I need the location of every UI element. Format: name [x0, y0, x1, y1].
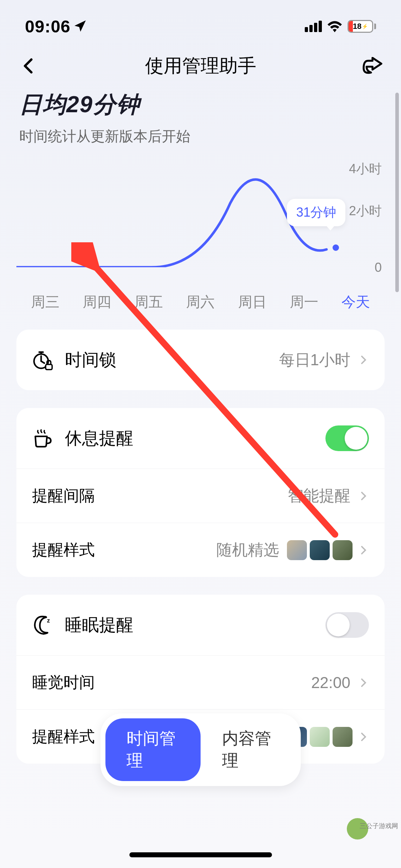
page-title: 使用管理助手	[145, 53, 256, 78]
timelock-label: 时间锁	[65, 348, 279, 371]
wifi-icon	[327, 20, 343, 32]
share-button[interactable]	[362, 55, 383, 77]
sleep-header-row: z 睡眠提醒	[16, 595, 385, 655]
y-tick: 0	[375, 260, 382, 275]
bottom-tab-bar: 时间管理 内容管理	[100, 713, 301, 786]
watermark: 三公子游戏网	[347, 818, 397, 839]
tab-content-management[interactable]: 内容管理	[201, 718, 296, 781]
chevron-right-icon	[358, 491, 369, 501]
rest-label: 休息提醒	[65, 427, 325, 450]
y-tick: 2小时	[349, 202, 382, 220]
battery-pct: 18	[353, 22, 361, 31]
thumbnail	[310, 540, 330, 560]
thumbnail	[310, 727, 330, 747]
rest-interval-value: 智能提醒	[288, 485, 350, 506]
sleep-label: 睡眠提醒	[65, 614, 325, 636]
status-bar: 09:06 18⚡	[0, 0, 401, 43]
sleep-time-label: 睡觉时间	[32, 672, 311, 693]
moon-icon: z	[32, 615, 53, 635]
rest-style-value: 随机精选	[216, 539, 279, 560]
rest-header-row: 休息提醒	[16, 408, 385, 469]
style-thumbnails	[287, 540, 353, 560]
stopwatch-lock-icon	[32, 350, 53, 370]
chart-tooltip: 31分钟	[287, 199, 345, 226]
sleep-time-value: 22:00	[311, 674, 350, 692]
timelock-row[interactable]: 时间锁 每日1小时	[16, 330, 385, 390]
chevron-right-icon	[358, 355, 369, 365]
status-time: 09:06	[25, 17, 87, 36]
back-button[interactable]	[18, 55, 39, 77]
share-icon	[362, 57, 383, 75]
rest-style-row[interactable]: 提醒样式 随机精选	[16, 523, 385, 577]
scroll-indicator[interactable]	[395, 93, 399, 292]
chevron-right-icon	[358, 545, 369, 556]
location-icon	[73, 19, 87, 33]
nav-bar: 使用管理助手	[0, 43, 401, 89]
tab-time-management[interactable]: 时间管理	[105, 718, 200, 781]
chart-active-dot	[333, 244, 339, 251]
svg-rect-1	[46, 365, 52, 370]
thumbnail	[333, 727, 353, 747]
battery-icon: 18⚡	[348, 20, 376, 33]
status-right: 18⚡	[305, 20, 376, 33]
rest-interval-label: 提醒间隔	[32, 485, 288, 506]
svg-text:z: z	[47, 617, 50, 624]
thumbnail	[287, 540, 307, 560]
watermark-text: 三公子游戏网	[360, 822, 398, 830]
sleep-time-row[interactable]: 睡觉时间 22:00	[16, 655, 385, 709]
chevron-right-icon	[358, 732, 369, 742]
timelock-card: 时间锁 每日1小时	[16, 330, 385, 390]
rest-card: 休息提醒 提醒间隔 智能提醒 提醒样式 随机精选	[16, 408, 385, 577]
summary-subtitle: 时间统计从更新版本后开始	[16, 120, 385, 146]
rest-toggle[interactable]	[325, 425, 369, 451]
cellular-icon	[305, 21, 322, 32]
usage-chart: 4小时 2小时 0 31分钟	[16, 160, 385, 310]
sleep-toggle[interactable]	[325, 612, 369, 638]
rest-interval-row[interactable]: 提醒间隔 智能提醒	[16, 469, 385, 523]
chevron-left-icon	[20, 57, 37, 74]
status-time-text: 09:06	[25, 17, 71, 36]
rest-style-label: 提醒样式	[32, 539, 216, 560]
timelock-value: 每日1小时	[279, 350, 350, 371]
thumbnail	[333, 540, 353, 560]
y-tick: 4小时	[349, 160, 382, 178]
chevron-right-icon	[358, 677, 369, 688]
summary-title: 日均29分钟	[16, 89, 385, 120]
home-indicator[interactable]	[129, 852, 272, 857]
coffee-icon	[32, 428, 53, 449]
